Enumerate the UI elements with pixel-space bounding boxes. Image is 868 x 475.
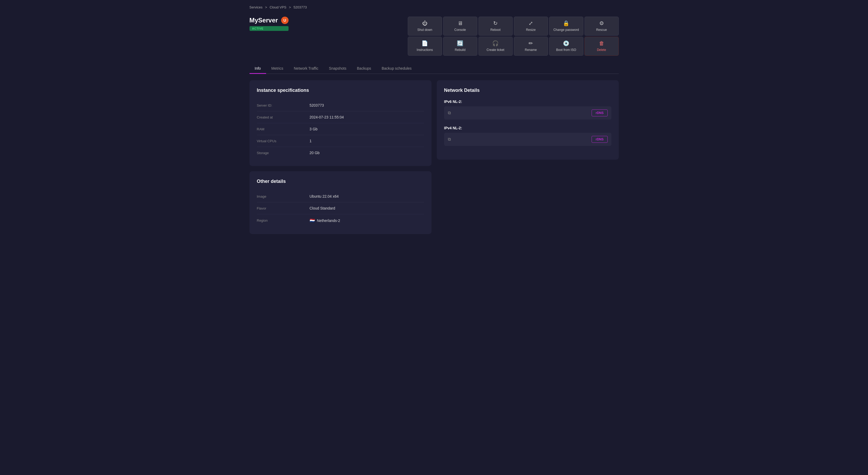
header-row: MyServer U ACTIVE ⏻ Shut down 🖥 Console …: [249, 17, 619, 56]
reboot-label: Reboot: [490, 28, 501, 32]
other-details-title: Other details: [257, 179, 424, 184]
ipv4-copy-icon[interactable]: ⧉: [448, 137, 451, 142]
other-value-flavor: Cloud Standard: [310, 206, 424, 210]
tab-metrics[interactable]: Metrics: [266, 64, 288, 74]
ipv4-rdns-button[interactable]: rDNS: [592, 136, 608, 143]
other-value-image: Ubuntu 22.04 x64: [310, 194, 424, 199]
boot-from-iso-button[interactable]: 💿 Boot from ISO: [549, 37, 583, 56]
action-row-2: 📄 Instructions 🔄 Rebuild 🎧 Create ticket…: [408, 37, 619, 56]
console-icon: 🖥: [458, 21, 463, 26]
network-details-card: Network Details IPv6 NL-2: ⧉ rDNS IPv4 N…: [437, 80, 619, 160]
rebuild-icon: 🔄: [457, 41, 463, 46]
ipv6-label: IPv6 NL-2:: [444, 99, 611, 104]
create-ticket-label: Create ticket: [487, 48, 504, 52]
ipv4-section: IPv4 NL-2: ⧉ rDNS: [444, 126, 611, 146]
ipv4-ip-row: ⧉ rDNS: [444, 133, 611, 146]
spec-label-created-at: Created at: [257, 115, 310, 119]
rename-button[interactable]: ✏ Rename: [514, 37, 548, 56]
ubuntu-icon: U: [281, 17, 288, 24]
instructions-button[interactable]: 📄 Instructions: [408, 37, 442, 56]
tab-backups[interactable]: Backups: [351, 64, 376, 74]
change-password-button[interactable]: 🔒 Change password: [549, 17, 583, 36]
resize-icon: ⤢: [529, 21, 533, 26]
spec-row-vcpu: Virtual CPUs 1: [257, 135, 424, 147]
spec-row-storage: Storage 20 Gb: [257, 147, 424, 158]
create-ticket-icon: 🎧: [492, 41, 499, 46]
spec-rows: Server ID: 5203773 Created at 2024-07-23…: [257, 99, 424, 158]
rescue-icon: ⚙: [599, 21, 604, 26]
status-badge: ACTIVE: [249, 26, 288, 31]
ipv6-rdns-button[interactable]: rDNS: [592, 110, 608, 116]
server-name-row: MyServer U: [249, 17, 288, 24]
content-grid: Instance specifications Server ID: 52037…: [249, 80, 619, 234]
breadcrumb-services[interactable]: Services: [249, 5, 263, 9]
breadcrumb-cloud-vps[interactable]: Cloud VPS: [270, 5, 286, 9]
ipv4-label: IPv4 NL-2:: [444, 126, 611, 130]
breadcrumb: Services > Cloud VPS > 5203773: [249, 5, 619, 9]
spec-value-vcpu: 1: [310, 139, 424, 143]
resize-label: Resize: [526, 28, 536, 32]
shutdown-label: Shut down: [417, 28, 432, 32]
delete-label: Delete: [597, 48, 606, 52]
shutdown-button[interactable]: ⏻ Shut down: [408, 17, 442, 36]
server-name: MyServer: [249, 17, 278, 24]
spec-label-ram: RAM: [257, 127, 310, 131]
instance-specs-title: Instance specifications: [257, 88, 424, 93]
rename-label: Rename: [525, 48, 537, 52]
boot-from-iso-label: Boot from ISO: [556, 48, 576, 52]
instance-specs-card: Instance specifications Server ID: 52037…: [249, 80, 432, 166]
delete-button[interactable]: 🗑 Delete: [585, 37, 619, 56]
spec-value-ram: 3 Gb: [310, 127, 424, 131]
flag-emoji: 🇳🇱: [310, 218, 315, 223]
change-password-label: Change password: [553, 28, 579, 32]
spec-row-ram: RAM 3 Gb: [257, 123, 424, 135]
other-label-region: Region: [257, 218, 310, 222]
create-ticket-button[interactable]: 🎧 Create ticket: [478, 37, 513, 56]
tabs: Info Metrics Network Traffic Snapshots B…: [249, 64, 619, 74]
change-password-icon: 🔒: [563, 21, 569, 26]
rebuild-label: Rebuild: [455, 48, 466, 52]
other-details-card: Other details Image Ubuntu 22.04 x64 Fla…: [249, 171, 432, 234]
tab-snapshots[interactable]: Snapshots: [323, 64, 351, 74]
server-info: MyServer U ACTIVE: [249, 17, 288, 31]
other-row-flavor: Flavor Cloud Standard: [257, 202, 424, 214]
spec-value-server-id: 5203773: [310, 103, 424, 108]
spec-row-server-id: Server ID: 5203773: [257, 99, 424, 111]
ipv6-section: IPv6 NL-2: ⧉ rDNS: [444, 99, 611, 120]
action-grid: ⏻ Shut down 🖥 Console ↻ Reboot ⤢ Resize …: [408, 17, 619, 56]
rescue-label: Rescue: [596, 28, 607, 32]
tab-info[interactable]: Info: [249, 64, 266, 74]
action-row-1: ⏻ Shut down 🖥 Console ↻ Reboot ⤢ Resize …: [408, 17, 619, 36]
tab-backup-schedules[interactable]: Backup schedules: [376, 64, 417, 74]
breadcrumb-server-id: 5203773: [293, 5, 307, 9]
shutdown-icon: ⏻: [422, 21, 428, 26]
spec-value-created-at: 2024-07-23 11:55:04: [310, 115, 424, 119]
network-details-title: Network Details: [444, 88, 611, 93]
region-name: Netherlands-2: [317, 218, 340, 223]
other-label-flavor: Flavor: [257, 206, 310, 210]
ipv6-copy-icon[interactable]: ⧉: [448, 111, 451, 115]
instructions-icon: 📄: [422, 41, 428, 46]
console-label: Console: [454, 28, 466, 32]
rescue-button[interactable]: ⚙ Rescue: [585, 17, 619, 36]
rename-icon: ✏: [529, 41, 533, 46]
right-column: Network Details IPv6 NL-2: ⧉ rDNS IPv4 N…: [437, 80, 619, 234]
tab-network-traffic[interactable]: Network Traffic: [288, 64, 323, 74]
instructions-label: Instructions: [417, 48, 433, 52]
reboot-button[interactable]: ↻ Reboot: [478, 17, 513, 36]
spec-row-created-at: Created at 2024-07-23 11:55:04: [257, 111, 424, 123]
region-flag: 🇳🇱 Netherlands-2: [310, 218, 340, 223]
other-row-region: Region 🇳🇱 Netherlands-2: [257, 214, 424, 227]
other-value-region: 🇳🇱 Netherlands-2: [310, 218, 424, 223]
ipv6-ip-row: ⧉ rDNS: [444, 106, 611, 120]
spec-value-storage: 20 Gb: [310, 151, 424, 155]
left-column: Instance specifications Server ID: 52037…: [249, 80, 432, 234]
resize-button[interactable]: ⤢ Resize: [514, 17, 548, 36]
spec-label-server-id: Server ID:: [257, 103, 310, 108]
other-detail-rows: Image Ubuntu 22.04 x64 Flavor Cloud Stan…: [257, 190, 424, 227]
other-row-image: Image Ubuntu 22.04 x64: [257, 190, 424, 202]
rebuild-button[interactable]: 🔄 Rebuild: [443, 37, 477, 56]
boot-from-iso-icon: 💿: [563, 41, 569, 46]
console-button[interactable]: 🖥 Console: [443, 17, 477, 36]
reboot-icon: ↻: [493, 21, 498, 26]
